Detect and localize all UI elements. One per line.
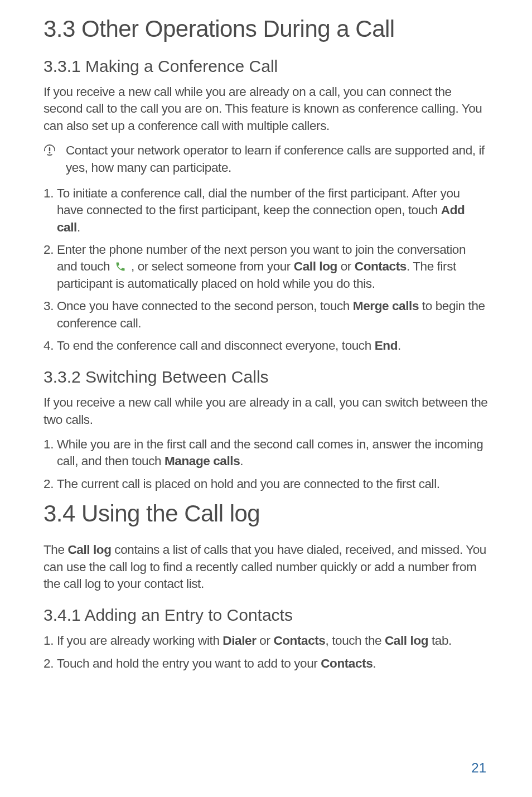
step-text: Once you have connected to the second pe…	[57, 299, 353, 313]
step-item: The current call is placed on hold and y…	[43, 476, 489, 492]
note-icon-wrap	[43, 142, 66, 156]
section-heading-3-4: 3.4 Using the Call log	[43, 500, 489, 527]
step-text: or	[257, 634, 274, 648]
step-text: .	[240, 454, 243, 468]
ui-label-manage-calls: Manage calls	[165, 454, 240, 468]
ui-label-contacts: Contacts	[273, 634, 325, 648]
step-text: .	[373, 656, 376, 670]
ui-label-call-log: Call log	[67, 543, 111, 557]
step-text: , or select someone from your	[128, 259, 294, 273]
intro-paragraph-3-3-2: If you receive a new call while you are …	[43, 394, 489, 428]
step-text: The current call is placed on hold and y…	[57, 477, 440, 491]
step-item: To end the conference call and disconnec…	[43, 337, 489, 354]
subsection-heading-3-4-1: 3.4.1 Adding an Entry to Contacts	[43, 606, 489, 625]
step-text: To initiate a conference call, dial the …	[57, 186, 460, 217]
svg-point-1	[49, 152, 51, 154]
step-item: While you are in the first call and the …	[43, 436, 489, 470]
step-text: If you are already working with	[57, 634, 223, 648]
note-text: Contact your network operator to learn i…	[66, 142, 489, 176]
ui-label-dialer: Dialer	[223, 634, 256, 648]
ui-label-contacts: Contacts	[355, 259, 407, 273]
subsection-heading-3-3-1: 3.3.1 Making a Conference Call	[43, 57, 489, 76]
steps-list-3-3-2: While you are in the first call and the …	[43, 436, 489, 492]
subsection-heading-3-3-2: 3.3.2 Switching Between Calls	[43, 368, 489, 387]
step-text: Touch and hold the entry you want to add…	[57, 656, 321, 670]
intro-text: The	[43, 543, 67, 557]
step-item: Touch and hold the entry you want to add…	[43, 655, 489, 672]
ui-label-call-log: Call log	[385, 634, 428, 648]
step-text: .	[77, 220, 80, 234]
step-item: Once you have connected to the second pe…	[43, 298, 489, 332]
step-text: To end the conference call and disconnec…	[57, 339, 375, 352]
steps-list-3-4-1: If you are already working with Dialer o…	[43, 632, 489, 672]
ui-label-end: End	[375, 339, 398, 352]
exclamation-circle-icon	[43, 144, 56, 156]
step-text: , touch the	[325, 634, 385, 648]
section-heading-3-3: 3.3 Other Operations During a Call	[43, 16, 489, 42]
steps-list-3-3-1: To initiate a conference call, dial the …	[43, 185, 489, 354]
step-text: .	[398, 339, 401, 352]
phone-icon	[115, 261, 126, 272]
step-item: If you are already working with Dialer o…	[43, 632, 489, 649]
step-item: Enter the phone number of the next perso…	[43, 241, 489, 292]
svg-rect-0	[49, 147, 50, 151]
step-item: To initiate a conference call, dial the …	[43, 185, 489, 236]
step-text: tab.	[428, 634, 452, 648]
step-text: or	[337, 259, 355, 273]
intro-paragraph-3-3-1: If you receive a new call while you are …	[43, 84, 489, 134]
ui-label-call-log: Call log	[294, 259, 337, 273]
ui-label-contacts: Contacts	[321, 656, 373, 670]
intro-paragraph-3-4: The Call log contains a list of calls th…	[43, 542, 489, 592]
page-number: 21	[471, 760, 486, 776]
note-block: Contact your network operator to learn i…	[43, 142, 489, 176]
step-text: While you are in the first call and the …	[57, 437, 483, 468]
ui-label-merge-calls: Merge calls	[353, 299, 419, 313]
